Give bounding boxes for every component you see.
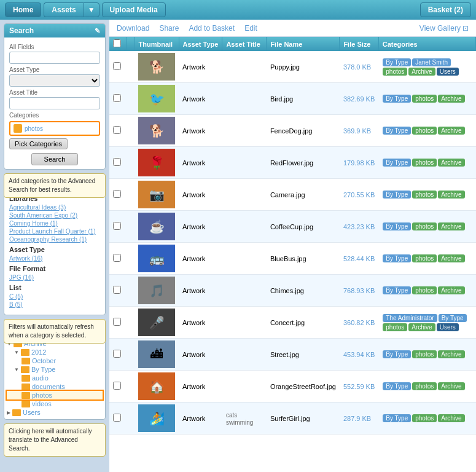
category-tag[interactable]: Archive [438, 414, 464, 422]
row-checkbox[interactable] [113, 62, 121, 70]
category-tag[interactable]: Archive [438, 254, 464, 262]
add-to-basket-link[interactable]: Add to Basket [189, 24, 235, 33]
row-checkbox[interactable] [113, 158, 121, 166]
category-tag[interactable]: The Administrator [383, 314, 437, 322]
row-file-name-cell: FenceDog.jpg [267, 115, 340, 147]
action-bar: Download Share Add to Basket Edit View G… [109, 20, 476, 37]
view-gallery-button[interactable]: View Gallery ⊡ [419, 24, 469, 33]
row-categories-cell: By TypephotosArchive [378, 147, 475, 179]
category-tag[interactable]: By Type [439, 314, 467, 322]
cat-node-audio[interactable]: audio [7, 374, 103, 382]
search-button[interactable]: Search [31, 153, 79, 165]
list-item-b[interactable]: B (5) [9, 301, 100, 309]
category-tag[interactable]: Users [437, 323, 459, 331]
category-tag[interactable]: photos [412, 254, 437, 262]
cat-node-october[interactable]: October [7, 356, 103, 365]
library-item-4[interactable]: Product Launch Fall Quarter (1) [9, 227, 100, 235]
upload-media-button[interactable]: Upload Media [102, 2, 166, 17]
category-tag[interactable]: By Type [383, 350, 411, 358]
thumbnail: 🐕 [138, 117, 175, 144]
category-tag[interactable]: Archive [438, 191, 464, 199]
category-tag[interactable]: By Type [383, 254, 411, 262]
asset-type-artwork[interactable]: Artwork (16) [9, 254, 100, 262]
library-item-3[interactable]: Coming Home (1) [9, 219, 100, 227]
category-tag[interactable]: Archive [438, 286, 464, 294]
row-categories-cell: The AdministratorBy TypephotosArchiveUse… [378, 307, 475, 339]
home-button[interactable]: Home [5, 2, 41, 17]
cat-node-bytype[interactable]: ▼ By Type [7, 365, 103, 374]
row-checkbox[interactable] [113, 414, 121, 422]
category-tag[interactable]: Archive [438, 350, 464, 358]
row-checkbox[interactable] [113, 190, 121, 198]
basket-button[interactable]: Basket (2) [420, 2, 471, 17]
categories-value: photos [25, 125, 43, 132]
row-checkbox[interactable] [113, 254, 121, 262]
category-tag[interactable]: Users [437, 68, 459, 76]
category-tag[interactable]: photos [412, 382, 437, 390]
row-asset-title-cell [222, 147, 267, 179]
library-item-2[interactable]: South American Expo (2) [9, 211, 100, 219]
category-tag[interactable]: photos [412, 159, 437, 167]
category-tag[interactable]: photos [412, 95, 437, 103]
category-tag[interactable]: Archive [438, 95, 464, 103]
col-thumbnail: Thumbnail [135, 37, 179, 51]
category-tag[interactable]: photos [383, 323, 407, 331]
category-tag[interactable]: Archive [438, 382, 464, 390]
category-tag[interactable]: By Type [383, 414, 411, 422]
asset-type-select[interactable] [9, 74, 100, 87]
category-tag[interactable]: By Type [383, 159, 411, 167]
assets-dropdown-button[interactable]: ▼ [84, 2, 99, 17]
category-tag[interactable]: Archive [438, 159, 464, 167]
file-format-section: File Format JPG (16) [9, 265, 100, 281]
cat-node-photos[interactable]: photos [7, 391, 103, 399]
category-tag[interactable]: Archive [438, 222, 464, 230]
library-item-1[interactable]: Agricultural Ideas (3) [9, 203, 100, 211]
search-edit-icon[interactable]: ✎ [95, 27, 100, 35]
row-checkbox[interactable] [113, 286, 121, 294]
row-checkbox[interactable] [113, 126, 121, 134]
category-tag[interactable]: photos [412, 286, 437, 294]
category-tag[interactable]: photos [412, 222, 437, 230]
row-checkbox[interactable] [113, 94, 121, 102]
category-tag[interactable]: By Type [383, 127, 411, 135]
category-tag[interactable]: By Type [383, 382, 411, 390]
category-tag[interactable]: photos [412, 414, 437, 422]
category-tag[interactable]: Janet Smith [412, 58, 451, 66]
row-file-name-cell: Camera.jpg [267, 179, 340, 211]
category-tag[interactable]: By Type [383, 222, 411, 230]
category-tag[interactable]: Archive [438, 127, 464, 135]
row-checkbox[interactable] [113, 318, 121, 326]
row-checkbox[interactable] [113, 382, 121, 390]
asset-title-input[interactable] [9, 97, 100, 109]
row-categories-cell: By TypephotosArchive [378, 403, 475, 435]
row-asset-title-cell [222, 371, 267, 403]
cat-node-2012[interactable]: ▼ 2012 [7, 348, 103, 356]
share-link[interactable]: Share [159, 24, 179, 33]
select-all-checkbox[interactable] [113, 39, 121, 47]
cat-node-videos[interactable]: videos [7, 399, 103, 408]
category-tag[interactable]: By Type [383, 58, 411, 66]
row-checkbox[interactable] [113, 222, 121, 230]
category-tag[interactable]: By Type [383, 286, 411, 294]
category-tag[interactable]: By Type [383, 95, 411, 103]
library-item-5[interactable]: Oceanography Research (1) [9, 235, 100, 243]
assets-main-button[interactable]: Assets [44, 2, 83, 17]
col-sort [127, 37, 135, 51]
category-tag[interactable]: photos [412, 127, 437, 135]
category-tag[interactable]: By Type [383, 191, 411, 199]
category-tag[interactable]: photos [412, 350, 437, 358]
row-checkbox[interactable] [113, 350, 121, 358]
category-tag[interactable]: Archive [408, 323, 435, 331]
thumbnail: 🐦 [138, 85, 175, 112]
list-item-c[interactable]: C (5) [9, 293, 100, 301]
category-tag[interactable]: Archive [408, 68, 435, 76]
pick-categories-button[interactable]: Pick Categories [9, 138, 68, 149]
download-link[interactable]: Download [117, 24, 149, 33]
cat-node-users[interactable]: ▶ Users [7, 408, 103, 417]
category-tag[interactable]: photos [383, 68, 407, 76]
all-fields-input[interactable] [9, 52, 100, 64]
cat-node-documents[interactable]: documents [7, 382, 103, 391]
edit-link[interactable]: Edit [244, 24, 257, 33]
category-tag[interactable]: photos [412, 191, 437, 199]
file-format-jpg[interactable]: JPG (16) [9, 273, 100, 281]
